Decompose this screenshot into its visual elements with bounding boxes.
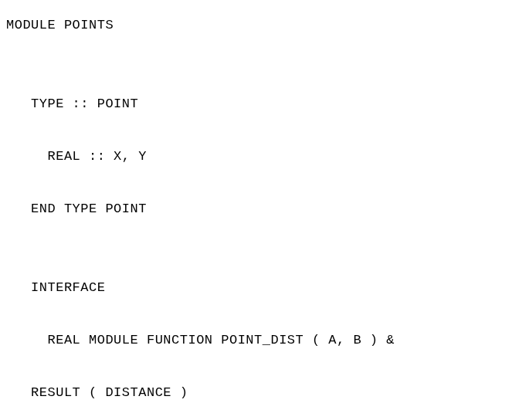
code-line: REAL :: X, Y <box>6 144 523 170</box>
code-block: MODULE POINTS TYPE :: POINT REAL :: X, Y… <box>6 12 523 420</box>
code-line: RESULT ( DISTANCE ) <box>6 380 523 406</box>
code-line: REAL MODULE FUNCTION POINT_DIST ( A, B )… <box>6 327 523 354</box>
code-line: INTERFACE <box>6 275 523 301</box>
code-line: MODULE POINTS <box>6 12 523 39</box>
code-line: END TYPE POINT <box>6 196 523 222</box>
code-line: TYPE :: POINT <box>6 91 523 117</box>
